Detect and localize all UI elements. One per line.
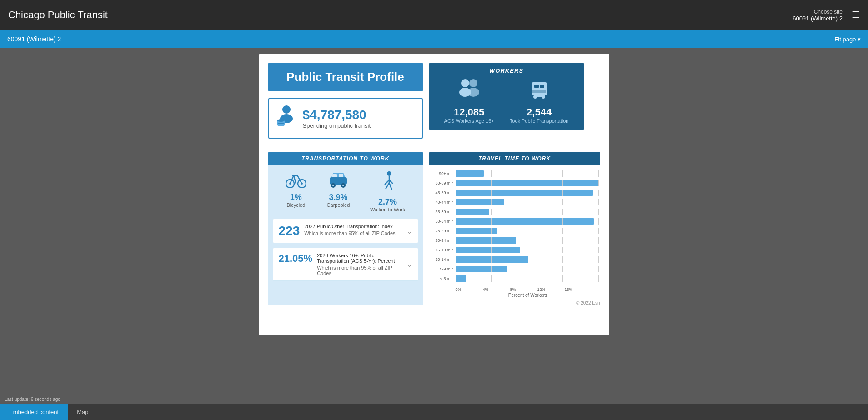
acs-workers-stat: 12,085 ACS Workers Age 16+ — [444, 79, 494, 124]
app-title: Chicago Public Transit — [8, 9, 108, 21]
svg-rect-17 — [537, 95, 542, 97]
transit-train-icon — [510, 79, 569, 105]
x-axis-12: 12% — [537, 287, 565, 292]
percent-card[interactable]: 21.05% 2020 Workers 16+: Public Transpor… — [273, 248, 418, 281]
index-subtitle: Which is more than 95% of all ZIP Codes — [304, 230, 401, 236]
index-desc: 2027 Public/Other Transportation: Index … — [304, 224, 401, 236]
tab-embedded-content[interactable]: Embedded content — [0, 404, 68, 420]
choose-site-value: 60091 (Wilmette) 2 — [793, 15, 843, 22]
index-number: 223 — [279, 224, 300, 238]
workers-stats: 12,085 ACS Workers Age 16+ — [437, 79, 577, 124]
svg-point-0 — [282, 105, 291, 114]
chart-row-label: 15-19 min — [431, 248, 456, 252]
dashboard-card: Public Transit Profile — [259, 54, 609, 335]
svg-rect-12 — [534, 85, 539, 88]
chart-row-label: 25-29 min — [431, 229, 456, 233]
chart-bar — [456, 247, 520, 253]
percent-subtitle: Which is more than 95% of all ZIP Codes — [317, 265, 401, 276]
chart-row-label: 90+ min — [431, 171, 456, 176]
acs-workers-label: ACS Workers Age 16+ — [444, 118, 494, 124]
chart-row: 60-89 min — [431, 179, 598, 187]
chart-bar-container — [456, 180, 598, 186]
chart-row: 10-14 min — [431, 255, 598, 264]
svg-point-20 — [289, 183, 291, 185]
fit-page-button[interactable]: Fit page ▾ — [834, 36, 861, 43]
bottom-tab-bar: Embedded content Map — [0, 404, 868, 420]
chart-bar-container — [456, 228, 598, 234]
chart-bar-container — [456, 190, 598, 196]
chart-row: 15-19 min — [431, 245, 598, 254]
workers-section-title: WORKERS — [437, 67, 577, 74]
bicycle-icon — [286, 171, 306, 192]
chart-row: 25-29 min — [431, 226, 598, 235]
lower-section: TRANSPORTATION TO WORK — [268, 152, 600, 305]
chart-row: 5-9 min — [431, 265, 598, 273]
svg-point-29 — [332, 185, 334, 186]
chart-bar — [456, 209, 490, 215]
chart-row: 30-34 min — [431, 217, 598, 225]
percent-title: 2020 Workers 16+: Public Transportation … — [317, 253, 401, 264]
transportation-section: TRANSPORTATION TO WORK — [268, 152, 423, 305]
chevron-down-icon-2: ⌄ — [406, 260, 412, 269]
index-title: 2027 Public/Other Transportation: Index — [304, 224, 401, 229]
chart-bar — [456, 190, 593, 196]
chart-row: 35-39 min — [431, 207, 598, 216]
walking-icon — [370, 171, 405, 196]
percent-desc: 2020 Workers 16+: Public Transportation … — [317, 253, 401, 276]
percent-number: 21.05% — [279, 253, 313, 265]
bicycled-pct: 1% — [286, 193, 306, 202]
chart-row-label: 40-44 min — [431, 200, 456, 205]
chart-bar — [456, 275, 467, 282]
choose-site[interactable]: Choose site 60091 (Wilmette) 2 — [793, 9, 843, 22]
walked-pct: 2.7% — [370, 197, 405, 207]
chart-row: < 5 min — [431, 274, 598, 283]
x-axis-8: 8% — [510, 287, 537, 292]
workers-group-icon — [444, 79, 494, 105]
chart-bar-container — [456, 218, 598, 225]
svg-point-6 — [277, 119, 285, 122]
spending-label: Spending on public transit — [303, 122, 371, 129]
svg-point-15 — [533, 95, 537, 99]
chart-bar — [456, 199, 505, 205]
carpooled-label: Carpooled — [327, 202, 350, 208]
copyright: © 2022 Esri — [429, 300, 600, 305]
breadcrumb-bar: 60091 (Wilmette) 2 Fit page ▾ — [0, 30, 868, 48]
svg-rect-14 — [532, 90, 546, 93]
chart-row-label: 10-14 min — [431, 257, 456, 262]
breadcrumb: 60091 (Wilmette) 2 — [7, 35, 61, 43]
chart-row: 20-24 min — [431, 236, 598, 245]
x-axis-16: 16% — [565, 287, 592, 292]
chart-bar-container — [456, 199, 598, 205]
index-card[interactable]: 223 2027 Public/Other Transportation: In… — [273, 219, 418, 243]
svg-point-7 — [461, 79, 469, 87]
chart-bar-container — [456, 209, 598, 215]
x-axis-title: Percent of Workers — [456, 293, 600, 298]
person-money-icon — [276, 105, 296, 132]
svg-rect-13 — [540, 85, 544, 88]
chart-row-label: < 5 min — [431, 276, 456, 281]
chart-row-label: 60-89 min — [431, 181, 456, 185]
hamburger-menu-icon[interactable]: ☰ — [852, 10, 860, 20]
bicycled-label: Bicycled — [286, 202, 306, 208]
chart-bar — [456, 170, 484, 177]
chart-bar-container — [456, 170, 598, 177]
tab-map[interactable]: Map — [68, 404, 97, 420]
svg-point-31 — [387, 171, 391, 176]
svg-point-9 — [469, 79, 477, 87]
chart-bar-container — [456, 237, 598, 244]
bicycled-stat: 1% Bicycled — [286, 171, 306, 212]
chart-bar-container — [456, 256, 598, 263]
main-content-area: Public Transit Profile — [0, 48, 868, 404]
choose-site-label: Choose site — [793, 9, 843, 15]
svg-point-16 — [542, 95, 545, 99]
walked-stat: 2.7% Walked to Work — [370, 171, 405, 212]
took-transit-stat: 2,544 Took Public Transportation — [510, 79, 569, 124]
x-axis-4: 4% — [483, 287, 510, 292]
chart-bar — [456, 256, 529, 263]
svg-rect-26 — [339, 174, 343, 177]
chart-row-label: 5-9 min — [431, 267, 456, 271]
travel-time-header: TRAVEL TIME TO WORK — [429, 152, 600, 165]
workers-section: WORKERS 12,085 — [429, 63, 584, 130]
chart-bar-container — [456, 266, 598, 272]
chart-row-label: 45-59 min — [431, 190, 456, 195]
